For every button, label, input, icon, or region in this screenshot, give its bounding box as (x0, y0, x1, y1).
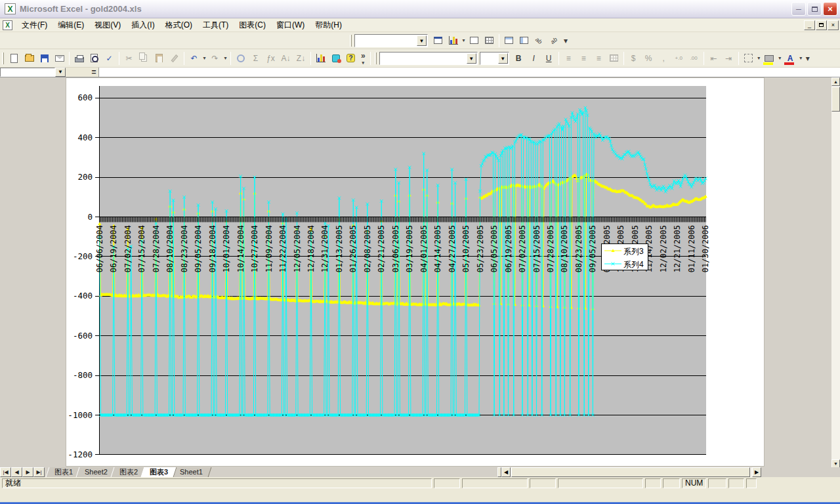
copy-button[interactable] (136, 51, 152, 66)
font-color-button[interactable]: A (783, 51, 798, 66)
help-button[interactable]: ? (343, 51, 358, 66)
close-button[interactable]: × (823, 2, 837, 16)
menu-item-1[interactable]: 编辑(E) (52, 18, 89, 32)
child-close-button[interactable]: × (828, 20, 839, 30)
spelling-button[interactable]: ✓ (102, 51, 117, 66)
child-restore-button[interactable] (816, 20, 827, 30)
chart-canvas[interactable]: 6004002000-200-400-600-800-1000-120006/0… (66, 78, 765, 467)
menu-item-8[interactable]: 帮助(H) (310, 18, 347, 32)
tab-nav-prev[interactable]: ◀ (11, 467, 22, 477)
equals-button[interactable]: = (89, 68, 98, 77)
align-right-button[interactable]: ≡ (591, 51, 606, 66)
print-preview-button[interactable] (87, 51, 102, 66)
menu-item-0[interactable]: 文件(F) (16, 18, 52, 32)
drawing-button[interactable] (328, 51, 343, 66)
autosum-button[interactable]: Σ (248, 51, 263, 66)
decrease-indent-button[interactable]: ⇤ (706, 51, 721, 66)
merge-center-button[interactable] (606, 51, 621, 66)
decrease-decimal-button[interactable]: .00 (686, 51, 702, 66)
data-table-toggle-button[interactable] (482, 33, 497, 48)
bold-button[interactable]: B (511, 51, 526, 66)
toolbar-grip[interactable] (350, 35, 352, 47)
by-column-button[interactable] (516, 33, 532, 48)
fill-color-dropdown[interactable]: ▾ (777, 51, 783, 66)
redo-button[interactable]: ↷ (207, 51, 222, 66)
font-size-combo[interactable]: ▼ (480, 52, 509, 65)
toolbar-grip[interactable] (375, 52, 377, 64)
tab-nav-last[interactable]: ▶| (33, 467, 45, 477)
tab-nav-next[interactable]: ▶ (22, 467, 33, 477)
sheet-tab-图表3[interactable]: 图表3 (141, 467, 177, 477)
font-name-combo[interactable]: ▼ (379, 52, 478, 65)
tab-nav-first[interactable]: |◀ (0, 467, 11, 477)
toolbar-options-button[interactable]: ▾ (562, 33, 570, 48)
percent-button[interactable]: % (641, 51, 656, 66)
chevron-down-icon[interactable]: ▼ (417, 35, 427, 46)
print-button[interactable] (72, 51, 87, 66)
chart-type-button[interactable] (446, 33, 461, 48)
name-box[interactable] (0, 68, 55, 77)
minimize-button[interactable]: ─ (791, 2, 806, 16)
chart-legend[interactable]: 系列3系列4 (602, 244, 648, 270)
hscroll-right-button[interactable]: ▶ (752, 467, 761, 477)
svg-text:09/18/2004: 09/18/2004 (208, 225, 217, 272)
sheet-tab-Sheet1[interactable]: Sheet1 (171, 467, 212, 477)
underline-button[interactable]: U (541, 51, 556, 66)
italic-button[interactable]: I (526, 51, 541, 66)
new-button[interactable] (7, 51, 22, 66)
restore-button[interactable] (807, 2, 822, 16)
increase-indent-button[interactable]: ⇥ (721, 51, 736, 66)
paste-button[interactable] (152, 51, 167, 66)
insert-function-button[interactable]: ƒx (263, 51, 278, 66)
toolbar-overflow[interactable]: »▾ (358, 51, 368, 66)
menu-item-7[interactable]: 窗口(W) (271, 18, 310, 32)
font-color-dropdown[interactable]: ▾ (798, 51, 804, 66)
vertical-scroll-thumb[interactable] (831, 87, 840, 112)
chart-wizard-button[interactable] (313, 51, 328, 66)
sort-ascending-button[interactable]: A↓ (278, 51, 293, 66)
name-box-dropdown[interactable]: ▼ (55, 68, 66, 77)
horizontal-scroll-thumb[interactable] (511, 467, 750, 477)
angle-text-down-button[interactable]: ab (532, 33, 547, 48)
vertical-scrollbar[interactable]: ▲ ▼ (831, 77, 840, 468)
borders-button[interactable] (741, 51, 756, 66)
chart-objects-combo[interactable]: ▼ (354, 34, 428, 47)
menu-item-6[interactable]: 图表(C) (234, 18, 271, 32)
format-selected-object-button[interactable] (430, 33, 446, 48)
legend-toggle-button[interactable] (467, 33, 482, 48)
menu-item-4[interactable]: 格式(O) (160, 18, 198, 32)
undo-button[interactable]: ↶ (186, 51, 201, 66)
by-row-button[interactable] (501, 33, 516, 48)
increase-decimal-button[interactable]: +.0 (671, 51, 686, 66)
currency-button[interactable]: $ (626, 51, 641, 66)
open-button[interactable] (22, 51, 37, 66)
scroll-up-button[interactable]: ▲ (831, 77, 840, 86)
chart-page[interactable]: 6004002000-200-400-600-800-1000-120006/0… (66, 77, 765, 467)
chevron-down-icon[interactable]: ▼ (498, 53, 508, 64)
format-painter-button[interactable] (167, 51, 182, 66)
menu-item-5[interactable]: 工具(T) (198, 18, 234, 32)
borders-dropdown[interactable]: ▾ (756, 51, 762, 66)
insert-hyperlink-button[interactable] (233, 51, 248, 66)
align-center-button[interactable]: ≡ (576, 51, 591, 66)
save-button[interactable] (37, 51, 52, 66)
toolbar-options-button[interactable]: ▾ (804, 51, 812, 66)
angle-text-up-button[interactable]: ab (547, 33, 562, 48)
redo-dropdown[interactable]: ▾ (222, 51, 228, 66)
toolbar-grip[interactable] (2, 52, 4, 64)
child-minimize-button[interactable]: _ (804, 20, 815, 30)
horizontal-scrollbar[interactable] (511, 467, 752, 477)
menu-item-2[interactable]: 视图(V) (89, 18, 126, 32)
fill-color-button[interactable] (762, 51, 777, 66)
align-left-button[interactable]: ≡ (561, 51, 576, 66)
comma-button[interactable]: , (656, 51, 671, 66)
undo-dropdown[interactable]: ▾ (201, 51, 207, 66)
cut-button[interactable]: ✂ (121, 51, 136, 66)
chevron-down-icon[interactable]: ▼ (467, 53, 476, 64)
formula-input[interactable] (98, 68, 840, 77)
hscroll-left-button[interactable]: ◀ (501, 467, 511, 477)
email-button[interactable] (52, 51, 67, 66)
menu-item-3[interactable]: 插入(I) (126, 18, 159, 32)
sort-descending-button[interactable]: Z↓ (293, 51, 308, 66)
chart-type-dropdown[interactable]: ▾ (461, 33, 467, 48)
